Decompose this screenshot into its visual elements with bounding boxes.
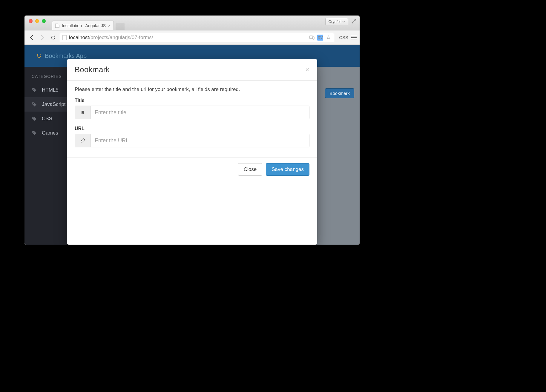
sidebar-item-label: JavaScript — [42, 101, 65, 107]
xv-badge-icon[interactable]: XV — [317, 35, 323, 41]
tab-close-icon[interactable]: × — [108, 23, 111, 28]
profile-label: Crysfel — [329, 19, 341, 24]
devices-icon[interactable] — [309, 35, 315, 41]
reload-button[interactable] — [49, 33, 57, 42]
url-input-group — [75, 134, 309, 147]
browser-toolbar: localhost/projects/angularjs/07-forms/ X… — [24, 30, 360, 45]
sidebar-item-label: HTML5 — [42, 87, 59, 93]
url-input[interactable] — [90, 134, 309, 147]
heart-icon — [36, 53, 42, 58]
modal-title: Bookmark — [75, 65, 110, 74]
svg-rect-1 — [313, 37, 314, 39]
css-extension-label[interactable]: CSS — [339, 35, 348, 40]
svg-point-4 — [33, 118, 34, 118]
add-bookmark-button[interactable]: Bookmark — [325, 88, 354, 98]
browser-window: Installation - Angular JS × Crysfel — [24, 16, 360, 245]
url-path: /projects/angularjs/07-forms/ — [89, 35, 153, 40]
url-bar[interactable]: localhost/projects/angularjs/07-forms/ X… — [60, 33, 334, 42]
titlebar: Installation - Angular JS × Crysfel — [24, 16, 360, 30]
modal-header: Bookmark × — [67, 59, 317, 81]
browser-tab[interactable]: Installation - Angular JS × — [52, 21, 114, 30]
new-tab-button[interactable] — [116, 23, 125, 30]
title-input-group — [75, 106, 309, 119]
title-label: Title — [75, 98, 309, 103]
sidebar-item-label: Games — [42, 130, 58, 136]
zoom-window-button[interactable] — [42, 19, 46, 23]
sidebar-item-label: CSS — [42, 116, 52, 122]
svg-point-5 — [33, 132, 34, 132]
traffic-lights — [29, 19, 46, 23]
bookmark-star-icon[interactable] — [326, 35, 332, 41]
file-icon — [62, 35, 67, 40]
modal-overlay: Bookmark × Please enter the title and th… — [24, 45, 360, 245]
fullscreen-icon[interactable] — [351, 18, 357, 25]
close-window-button[interactable] — [29, 19, 33, 23]
bookmark-modal: Bookmark × Please enter the title and th… — [67, 59, 317, 245]
app-brand: Bookmarks App — [45, 53, 87, 59]
bookmark-icon — [75, 106, 90, 119]
forward-button[interactable] — [38, 33, 47, 42]
profile-button[interactable]: Crysfel — [325, 18, 348, 25]
link-icon — [75, 134, 90, 147]
tab-title: Installation - Angular JS — [62, 23, 106, 28]
url-label: URL — [75, 126, 309, 131]
modal-footer: Close Save changes — [67, 158, 317, 181]
page-icon — [55, 24, 59, 28]
svg-point-2 — [33, 89, 34, 89]
svg-rect-0 — [309, 36, 313, 38]
tag-icon — [32, 130, 37, 136]
save-button[interactable]: Save changes — [266, 163, 309, 176]
svg-point-3 — [33, 103, 34, 104]
tag-icon — [32, 116, 37, 121]
page-content: Bookmarks App CATEGORIES HTML5 JavaScrip… — [24, 45, 360, 245]
tag-icon — [32, 87, 37, 93]
back-button[interactable] — [27, 33, 36, 42]
chevron-down-icon — [342, 20, 345, 23]
tag-icon — [32, 102, 37, 107]
title-input[interactable] — [90, 106, 309, 119]
modal-description: Please enter the title and the url for y… — [75, 87, 309, 92]
close-icon[interactable]: × — [305, 66, 309, 74]
modal-body: Please enter the title and the url for y… — [67, 81, 317, 158]
minimize-window-button[interactable] — [35, 19, 39, 23]
menu-icon[interactable] — [351, 36, 357, 39]
close-button[interactable]: Close — [238, 163, 262, 176]
url-host: localhost — [69, 35, 89, 40]
